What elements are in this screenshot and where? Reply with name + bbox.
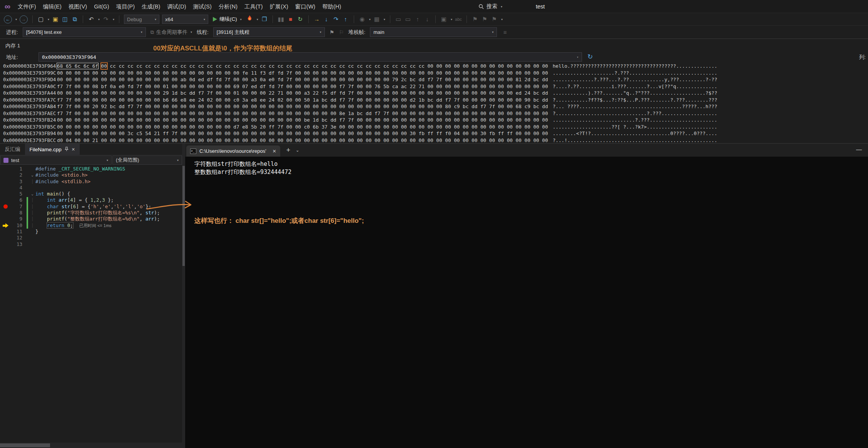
bookmark-clear-button[interactable]: ⚑ bbox=[491, 15, 498, 23]
chevron-down-icon[interactable]: ⌄ bbox=[296, 148, 299, 153]
navigate-up-button[interactable]: ↑ bbox=[414, 15, 421, 23]
code-line[interactable]: 2⌄#include <stdio.h> bbox=[0, 172, 182, 178]
close-icon[interactable]: ✕ bbox=[72, 147, 75, 152]
navigate-forward-button[interactable]: → bbox=[20, 15, 28, 23]
project-scope-combo[interactable]: test ▾ bbox=[0, 155, 112, 165]
code-line[interactable]: 6│ int arr[4] = { 1,2,3 }; bbox=[0, 197, 182, 203]
redo-button[interactable]: ↷ bbox=[102, 15, 109, 23]
close-icon[interactable]: ✕ bbox=[273, 149, 276, 154]
menu-item[interactable]: 调试(D) bbox=[164, 0, 189, 13]
memory-row[interactable]: 0x0000003E3793FA0Cf7 7f 00 00 08 bf 0a e… bbox=[0, 83, 868, 90]
code-line[interactable]: 8│ printf("字符数组str打印数组名=%s\n", str); bbox=[0, 210, 182, 216]
code-line[interactable]: 1#define _CRT_SECURE_NO_WARNINGS bbox=[0, 166, 182, 172]
new-file-button[interactable]: ▢ bbox=[37, 15, 44, 23]
menu-item[interactable]: 生成(B) bbox=[138, 0, 164, 13]
menu-item[interactable]: 项目(P) bbox=[113, 0, 138, 13]
menu-item[interactable]: 测试(S) bbox=[189, 0, 215, 13]
memory-row[interactable]: 0x0000003E3793FBCCd0 04 00 00 21 00 00 0… bbox=[0, 137, 868, 144]
code-line[interactable]: 13 bbox=[0, 241, 182, 247]
code-line[interactable]: 7│ char str[6] = {'h','e','l','l','o'}; bbox=[0, 204, 182, 210]
current-statement-arrow-icon[interactable] bbox=[0, 222, 10, 229]
memory-row[interactable]: 0x0000003E3793FA4400 00 00 00 00 00 00 0… bbox=[0, 90, 868, 97]
open-folder-button[interactable]: ▣ bbox=[52, 15, 59, 23]
memory-row[interactable]: 0x0000003E3793FA7Cf7 7f 00 00 00 00 00 0… bbox=[0, 97, 868, 104]
address-input[interactable]: 0x0000003E3793F964 ▾ bbox=[38, 52, 582, 62]
navigate-back-button[interactable]: ← bbox=[4, 15, 12, 23]
console-output-area[interactable]: 字符数组str打印数组名=hello整数数组arr打印数组名=932444472… bbox=[185, 157, 868, 448]
menu-item[interactable]: 扩展(X) bbox=[266, 0, 291, 13]
menu-item[interactable]: 编辑(E) bbox=[40, 0, 65, 13]
stack-frame-options-icon[interactable]: ≡ bbox=[502, 28, 508, 37]
process-combo[interactable]: [54076] test.exe ▾ bbox=[23, 27, 146, 37]
menu-item[interactable]: 视图(V) bbox=[65, 0, 90, 13]
watch-window-button[interactable]: ▭ bbox=[395, 15, 402, 23]
scrollbar-thumb[interactable] bbox=[182, 166, 185, 266]
refresh-icon[interactable]: ↻ bbox=[587, 53, 593, 61]
stop-debugging-button[interactable]: ■ bbox=[287, 15, 294, 23]
editor-vertical-scrollbar[interactable] bbox=[182, 144, 185, 448]
undo-button[interactable]: ↶ bbox=[88, 15, 95, 23]
menu-item[interactable]: 文件(F) bbox=[14, 0, 40, 13]
save-button[interactable]: ◫ bbox=[62, 15, 69, 23]
memory-row[interactable]: 0x0000003E3793F99C00 00 00 00 00 00 00 0… bbox=[0, 70, 868, 77]
platform-combo[interactable]: x64▾ bbox=[162, 15, 208, 24]
bookmark-next-button[interactable]: ⚑ bbox=[481, 15, 488, 23]
console-tab[interactable]: C:\Users\lenovo\source\repos' ✕ bbox=[186, 145, 280, 157]
navigate-down-button[interactable]: ↓ bbox=[424, 15, 431, 23]
fold-chevron-icon[interactable]: ⌄ bbox=[29, 191, 35, 197]
global-scope-combo[interactable]: (全局范围) ▾ bbox=[112, 155, 182, 165]
flag-outline-icon[interactable]: ⚐ bbox=[339, 29, 344, 35]
editor-horizontal-scrollbar[interactable] bbox=[0, 443, 182, 448]
break-all-button[interactable]: ▮▮ bbox=[278, 15, 284, 23]
menu-item[interactable]: 帮助(H) bbox=[319, 0, 345, 13]
code-line[interactable]: 3│#include <stdlib.h> bbox=[0, 179, 182, 185]
new-tab-button[interactable]: + bbox=[286, 144, 291, 157]
fold-chevron-icon[interactable]: ⌄ bbox=[29, 172, 35, 178]
code-window-button[interactable]: ❐ bbox=[261, 15, 268, 23]
lifecycle-events-button[interactable]: ⧉ 生命周期事件 ▾ bbox=[151, 29, 192, 36]
restart-button[interactable]: ↻ bbox=[297, 15, 304, 23]
show-next-statement-button[interactable]: → bbox=[313, 15, 320, 23]
hot-reload-button[interactable] bbox=[246, 15, 253, 23]
memory-row[interactable]: 0x0000003E3793FB5C00 00 00 00 00 00 00 0… bbox=[0, 124, 868, 130]
save-all-button[interactable]: ⧉ bbox=[71, 15, 78, 23]
breakpoint-icon[interactable] bbox=[0, 204, 10, 210]
step-over-button[interactable]: ↷ bbox=[333, 15, 340, 23]
stack-frame-combo[interactable]: main ▾ bbox=[370, 27, 497, 37]
step-out-button[interactable]: ↑ bbox=[342, 15, 349, 23]
code-line[interactable]: 12 bbox=[0, 235, 182, 241]
memory-window-button[interactable]: ▭ bbox=[405, 15, 411, 23]
code-line[interactable]: 9│ printf("整数数组arr打印数组名=%d\n", arr); bbox=[0, 216, 182, 222]
minimize-button[interactable]: — bbox=[856, 146, 862, 152]
breakpoints-button[interactable]: ◉ bbox=[359, 15, 366, 23]
code-line[interactable]: 10│ return 0;已用时间 <= 1ms bbox=[0, 222, 182, 229]
editor-tab[interactable]: 反汇编 bbox=[0, 144, 25, 155]
menu-item[interactable]: 窗口(W) bbox=[292, 0, 319, 13]
scrollbar-thumb[interactable] bbox=[0, 443, 50, 447]
pin-icon[interactable] bbox=[65, 147, 69, 152]
memory-row[interactable]: 0x0000003E3793FB9400 00 00 00 00 00 00 0… bbox=[0, 130, 868, 137]
thread-combo[interactable]: [39116] 主线程 ▾ bbox=[213, 27, 325, 37]
menu-item[interactable]: 分析(N) bbox=[215, 0, 241, 13]
code-line[interactable]: 11} bbox=[0, 229, 182, 235]
editor-tab[interactable]: FileName.cpp✕ bbox=[25, 144, 80, 155]
bookmark-prev-button[interactable]: ⚑ bbox=[472, 15, 478, 23]
spell-check-button[interactable]: abc bbox=[455, 15, 462, 23]
step-into-button[interactable]: ↓ bbox=[323, 15, 330, 23]
menu-item[interactable]: 工具(T) bbox=[241, 0, 266, 13]
diagnostic-tools-button[interactable]: ▦ bbox=[373, 15, 380, 23]
code-line[interactable]: 4 bbox=[0, 185, 182, 191]
memory-row[interactable]: 0x0000003E3793FAECf7 7f 00 00 00 00 00 0… bbox=[0, 110, 868, 117]
memory-row[interactable]: 0x0000003E3793F9D400 00 00 00 00 00 00 0… bbox=[0, 76, 868, 83]
continue-button[interactable]: 继续(C)▾ bbox=[211, 16, 244, 23]
memory-row[interactable]: 0x0000003E3793F96468 65 6c 6c 6f 00 cc c… bbox=[0, 63, 868, 70]
lock-button[interactable]: ▣ bbox=[440, 15, 447, 23]
configuration-combo[interactable]: Debug▾ bbox=[124, 15, 159, 24]
search-box[interactable]: 搜索 ▾ bbox=[478, 0, 502, 13]
memory-row[interactable]: 0x0000003E3793FAB4f7 7f 00 00 20 92 bc d… bbox=[0, 103, 868, 110]
memory-row[interactable]: 0x0000003E3793FB2400 00 00 00 00 00 00 0… bbox=[0, 117, 868, 124]
code-line[interactable]: 5⌄int main() { bbox=[0, 191, 182, 197]
menu-item[interactable]: Git(G) bbox=[90, 0, 112, 13]
flag-thread-icon[interactable]: ⚑ bbox=[329, 29, 334, 35]
code-area[interactable]: 1#define _CRT_SECURE_NO_WARNINGS2⌄#inclu… bbox=[0, 165, 182, 443]
